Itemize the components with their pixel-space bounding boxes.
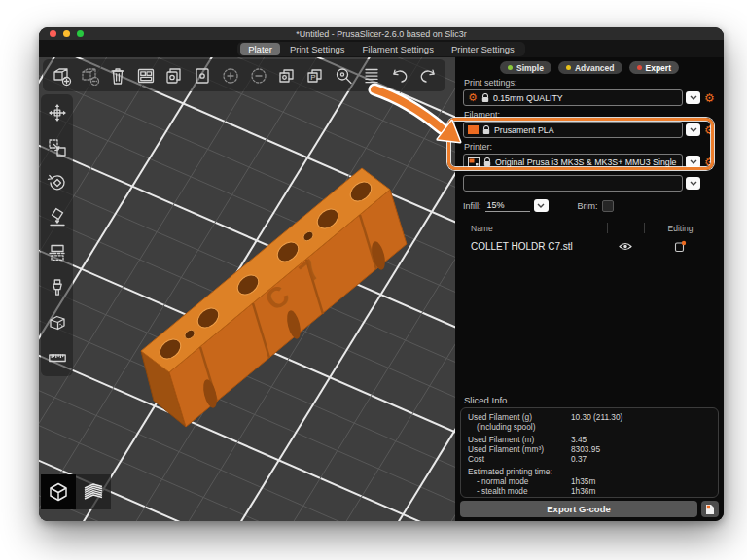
brim-checkbox[interactable] (602, 200, 614, 212)
si-label: Estimated printing time: (468, 467, 571, 476)
3d-editor-view-button[interactable] (41, 474, 76, 509)
tab-printer-settings[interactable]: Printer Settings (444, 43, 522, 55)
editing-cell[interactable] (644, 240, 716, 253)
visibility-cell[interactable] (607, 242, 644, 251)
advanced-dot-icon (566, 65, 571, 70)
mode-simple[interactable]: Simple (500, 61, 551, 74)
top-toolbar: P (43, 59, 445, 91)
filament-label: Filament: (464, 110, 716, 120)
print-settings-label: Print settings: (464, 78, 716, 88)
mode-expert-label: Expert (646, 63, 671, 73)
filament-gear-icon[interactable]: ⚙ (703, 124, 716, 136)
tab-plater[interactable]: Plater (240, 43, 280, 55)
split-to-objects-icon[interactable] (272, 61, 301, 89)
add-icon[interactable] (47, 61, 75, 89)
si-value: 0.37 (571, 454, 711, 464)
tabs-strip: Plater Print Settings Filament Settings … (237, 42, 525, 56)
scale-icon[interactable] (46, 136, 69, 159)
paste-icon[interactable] (188, 61, 216, 89)
printer-gear-icon[interactable]: ⚙ (703, 157, 716, 168)
desktop-background: *Untitled - PrusaSlicer-2.6.0 based on S… (0, 0, 747, 560)
main-content: C 7 (39, 57, 724, 521)
printer-dropdown-button[interactable] (686, 156, 700, 168)
main-tab-bar: Plater Print Settings Filament Settings … (39, 40, 724, 57)
printer-select[interactable]: Original Prusa i3 MK3S & MK3S+ MMU3 Sing… (463, 154, 683, 170)
svg-text:P: P (310, 73, 315, 82)
supports-select[interactable] (463, 175, 683, 192)
sliced-row-filament-m: Used Filament (m) 3.45 (468, 435, 711, 444)
move-icon[interactable] (46, 101, 69, 124)
undo-icon[interactable] (385, 61, 413, 89)
object-list-header: Name Editing (463, 221, 716, 235)
column-name: Name (463, 224, 607, 233)
printer-icon (468, 158, 480, 167)
print-settings-select[interactable]: ⚙ 0.15mm QUALITY (463, 89, 683, 106)
export-row: Export G-code (460, 501, 719, 517)
filament-dropdown-button[interactable] (686, 123, 700, 136)
window-title: *Untitled - PrusaSlicer-2.6.0 based on S… (39, 29, 724, 39)
sliced-row-cost: Cost 0.37 (468, 454, 711, 464)
si-value: 1h35m (571, 476, 711, 486)
infill-brim-row: Infill: 15% Brim: (463, 199, 716, 212)
infill-value[interactable]: 15% (485, 199, 530, 212)
3d-viewport[interactable]: C 7 (39, 57, 455, 521)
export-to-sd-button[interactable] (701, 501, 719, 517)
preview-view-button[interactable] (76, 474, 111, 509)
object-row[interactable]: COLLET HOLDR C7.stl (463, 235, 716, 257)
si-value (571, 467, 711, 476)
split-to-parts-icon[interactable]: P (301, 61, 329, 89)
app-window: *Untitled - PrusaSlicer-2.6.0 based on S… (39, 27, 724, 521)
title-bar: *Untitled - PrusaSlicer-2.6.0 based on S… (39, 27, 724, 40)
sliced-row-time-header: Estimated printing time: (468, 467, 711, 476)
mode-advanced[interactable]: Advanced (558, 61, 622, 74)
delete-icon[interactable] (75, 61, 103, 89)
supports-dropdown-button[interactable] (686, 177, 700, 190)
column-editing: Editing (644, 223, 716, 233)
tab-print-settings[interactable]: Print Settings (282, 43, 353, 55)
measure-icon[interactable] (46, 346, 69, 369)
arrange-icon[interactable] (131, 61, 160, 89)
remove-instance-icon[interactable] (244, 61, 272, 89)
paint-on-supports-icon[interactable] (46, 276, 69, 299)
mode-expert[interactable]: Expert (629, 61, 679, 74)
print-settings-gear-icon[interactable]: ⚙ (703, 92, 716, 104)
seam-painting-icon[interactable] (46, 311, 69, 334)
object-name: COLLET HOLDR C7.stl (463, 241, 607, 252)
object-list: Name Editing COLLET HOLDR C7.stl (463, 221, 716, 257)
mode-simple-label: Simple (516, 63, 544, 73)
place-on-face-icon[interactable] (46, 206, 69, 229)
lock-icon (481, 93, 489, 103)
si-value: 8303.95 (571, 444, 711, 454)
redo-icon[interactable] (413, 61, 442, 89)
cut-icon[interactable] (46, 241, 69, 264)
right-sidebar: Simple Advanced Expert Print settings: ⚙ (455, 57, 724, 521)
supports-row: ⚙ (463, 175, 716, 192)
variable-layer-height-icon[interactable] (357, 61, 385, 89)
si-label: - normal mode (468, 476, 571, 486)
copy-icon[interactable] (160, 61, 188, 89)
search-icon[interactable] (329, 61, 357, 89)
export-gcode-button[interactable]: Export G-code (460, 501, 697, 517)
tab-filament-settings[interactable]: Filament Settings (354, 43, 441, 55)
edit-settings-icon (674, 240, 687, 253)
mode-advanced-label: Advanced (575, 63, 615, 73)
lock-icon (483, 158, 491, 167)
delete-all-icon[interactable] (103, 61, 131, 89)
view-switch (41, 474, 111, 509)
add-instance-icon[interactable] (216, 61, 244, 89)
si-value: 1h36m (571, 486, 711, 496)
sliced-row-filament-g: Used Filament (g) (including spool) 10.3… (468, 412, 711, 432)
model-collet-holder[interactable]: C 7 (39, 57, 455, 521)
si-label: Cost (468, 454, 571, 464)
mode-selector: Simple Advanced Expert (463, 61, 716, 74)
filament-select[interactable]: Prusament PLA (463, 122, 683, 138)
column-visibility (607, 223, 644, 233)
eye-icon (619, 242, 632, 251)
si-sublabel: (including spool) (468, 422, 571, 432)
si-label: - stealth mode (468, 486, 571, 496)
si-label: Used Filament (mm³) (468, 444, 571, 454)
sliced-row-normal-mode: - normal mode 1h35m (468, 476, 711, 486)
infill-dropdown-button[interactable] (534, 199, 549, 212)
rotate-icon[interactable] (46, 171, 69, 194)
print-settings-dropdown-button[interactable] (686, 91, 700, 104)
